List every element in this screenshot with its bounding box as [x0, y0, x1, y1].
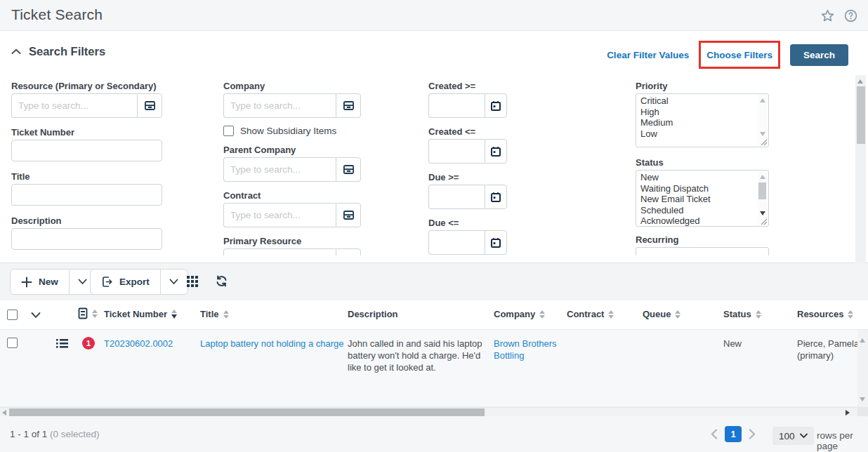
column-header-ticket-number[interactable]: Ticket Number — [104, 309, 177, 319]
sort-control[interactable] — [608, 310, 614, 319]
export-dropdown-button[interactable] — [160, 270, 188, 294]
status-listbox[interactable]: New Waiting Dispatch New Email Ticket Sc… — [636, 170, 769, 227]
status-option[interactable]: New Email Ticket — [640, 194, 768, 205]
status-cell: New — [723, 338, 742, 350]
selector-icon[interactable] — [137, 93, 162, 118]
priority-option[interactable]: Low — [640, 128, 768, 140]
column-header-description[interactable]: Description — [348, 309, 398, 319]
due-gte-input[interactable] — [428, 185, 485, 209]
status-option[interactable]: New — [640, 172, 768, 183]
column-header-contract[interactable]: Contract — [567, 309, 614, 319]
choose-filters-annotation-box: Choose Filters — [699, 41, 780, 69]
company-input[interactable] — [223, 93, 336, 118]
scroll-up-icon[interactable] — [760, 98, 765, 102]
created-gte-input[interactable] — [428, 93, 485, 118]
row-checkbox[interactable] — [7, 338, 18, 348]
ticket-number-field — [11, 140, 162, 161]
sort-control[interactable] — [223, 310, 229, 319]
contract-input[interactable] — [223, 203, 336, 227]
recurring-select[interactable] — [636, 247, 769, 255]
column-header-company[interactable]: Company — [494, 309, 545, 319]
column-header-queue[interactable]: Queue — [643, 309, 680, 319]
help-icon[interactable] — [843, 8, 858, 23]
description-field — [11, 228, 162, 250]
company-label: Company — [223, 81, 361, 91]
filters-vertical-scrollbar[interactable] — [855, 75, 866, 284]
status-option[interactable]: Waiting Dispatch — [640, 183, 768, 194]
ticket-number-link[interactable]: T20230602.0002 — [104, 338, 173, 350]
scroll-thumb[interactable] — [857, 86, 865, 144]
calendar-icon[interactable] — [485, 93, 507, 118]
scroll-right-icon[interactable] — [846, 410, 850, 416]
priority-option[interactable]: High — [640, 107, 768, 118]
list-menu-icon[interactable] — [56, 338, 68, 349]
contract-field — [223, 203, 361, 227]
company-link[interactable]: Brown Brothers Bottling — [494, 338, 564, 361]
resize-grip[interactable] — [760, 138, 768, 146]
sort-control[interactable] — [171, 310, 177, 319]
column-header-priority[interactable] — [78, 307, 98, 319]
priority-option[interactable]: Critical — [640, 95, 768, 107]
choose-filters-link[interactable]: Choose Filters — [706, 50, 772, 60]
sort-control[interactable] — [539, 310, 545, 319]
new-button[interactable]: New — [11, 270, 69, 294]
status-option[interactable]: Acknowledged — [640, 215, 768, 227]
show-subsidiary-checkbox[interactable] — [223, 126, 234, 136]
description-input[interactable] — [11, 228, 162, 250]
created-gte-field — [428, 93, 507, 118]
primary-resource-input[interactable] — [223, 248, 336, 255]
scroll-down-icon[interactable] — [860, 397, 865, 401]
selector-icon[interactable] — [336, 157, 361, 182]
search-filters-toggle[interactable]: Search Filters — [11, 45, 105, 58]
scroll-thumb[interactable] — [758, 182, 766, 199]
scroll-up-icon[interactable] — [760, 175, 765, 179]
ticket-number-input[interactable] — [11, 140, 162, 161]
column-chooser-icon[interactable] — [186, 275, 199, 288]
filters-actions: Clear Filter Values Choose Filters Searc… — [607, 41, 848, 69]
selector-icon[interactable] — [336, 93, 361, 118]
search-button[interactable]: Search — [790, 44, 848, 66]
scroll-left-icon[interactable] — [2, 410, 6, 416]
clear-filter-values-link[interactable]: Clear Filter Values — [607, 50, 689, 60]
sort-control[interactable] — [92, 310, 98, 318]
rows-per-page-select[interactable]: 100 — [772, 427, 814, 445]
priority-listbox[interactable]: Critical High Medium Low — [636, 93, 769, 147]
export-button[interactable]: Export — [91, 270, 160, 294]
resource-input[interactable] — [11, 93, 137, 118]
table-horizontal-scrollbar[interactable] — [0, 407, 868, 416]
sort-control[interactable] — [756, 310, 761, 319]
column-header-status[interactable]: Status — [723, 309, 761, 319]
resize-grip[interactable] — [760, 218, 768, 225]
table-row[interactable]: 1 T20230602.0002 Laptop battery not hold… — [0, 330, 868, 407]
current-page-button[interactable]: 1 — [725, 426, 742, 442]
select-all-checkbox[interactable] — [7, 310, 18, 320]
star-icon[interactable] — [820, 8, 835, 23]
prev-page-icon[interactable] — [711, 429, 718, 439]
next-page-icon[interactable] — [749, 429, 756, 439]
title-input[interactable] — [11, 184, 162, 206]
selector-icon[interactable] — [336, 248, 361, 255]
grid-toolbar: New Export — [0, 263, 868, 300]
ticket-title-link[interactable]: Laptop battery not holding a charge — [200, 338, 344, 350]
calendar-icon[interactable] — [485, 185, 507, 209]
scroll-thumb[interactable] — [9, 408, 485, 416]
sort-control[interactable] — [848, 310, 853, 319]
status-option[interactable]: Scheduled — [640, 205, 768, 216]
scroll-down-icon[interactable] — [760, 211, 765, 215]
column-header-resources[interactable]: Resources — [797, 309, 853, 319]
priority-option[interactable]: Medium — [640, 117, 768, 128]
calendar-icon[interactable] — [485, 139, 507, 164]
sort-control[interactable] — [675, 310, 680, 319]
scroll-down-icon[interactable] — [760, 132, 765, 136]
refresh-icon[interactable] — [215, 274, 228, 288]
scroll-up-icon[interactable] — [860, 338, 865, 343]
column-header-title[interactable]: Title — [200, 309, 229, 319]
created-lte-input[interactable] — [428, 139, 485, 164]
parent-company-input[interactable] — [223, 157, 336, 182]
calendar-icon[interactable] — [485, 230, 507, 255]
expand-all-chevron-icon[interactable] — [31, 312, 41, 319]
table-vertical-scrollbar[interactable] — [857, 330, 868, 407]
due-lte-input[interactable] — [428, 230, 485, 255]
scroll-up-icon[interactable] — [857, 79, 863, 84]
selector-icon[interactable] — [336, 203, 361, 227]
